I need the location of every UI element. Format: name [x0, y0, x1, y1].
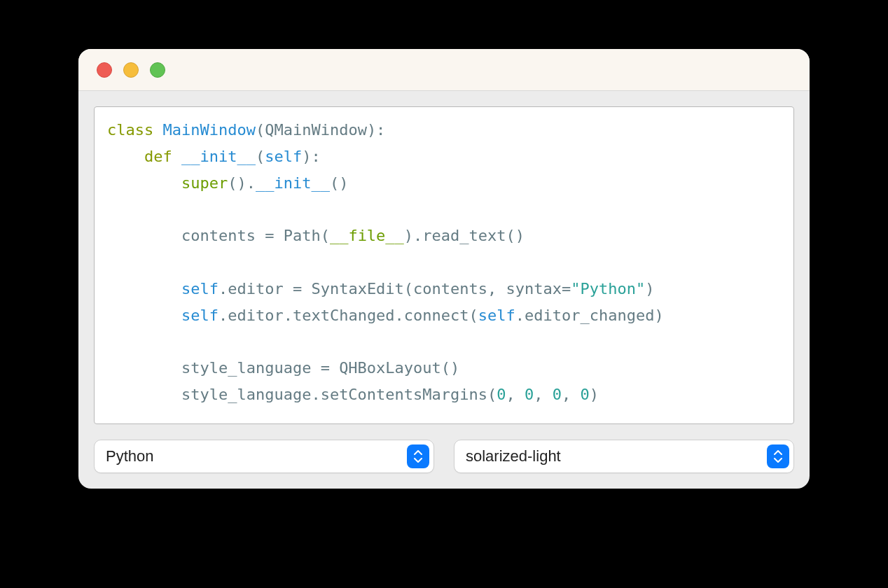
maximize-icon[interactable] — [150, 62, 165, 78]
content-area: class MainWindow(QMainWindow): def __ini… — [78, 91, 810, 489]
chevron-up-down-icon — [767, 444, 789, 468]
theme-select[interactable]: solarized-light — [454, 440, 794, 473]
app-window: class MainWindow(QMainWindow): def __ini… — [78, 49, 810, 489]
language-select-label: Python — [106, 447, 154, 465]
theme-select-label: solarized-light — [466, 447, 561, 465]
chevron-up-down-icon — [407, 444, 429, 468]
selector-row: Python solarized-light — [94, 440, 794, 473]
code-editor[interactable]: class MainWindow(QMainWindow): def __ini… — [94, 106, 794, 424]
titlebar — [78, 49, 810, 91]
language-select[interactable]: Python — [94, 440, 434, 473]
minimize-icon[interactable] — [123, 62, 139, 78]
close-icon[interactable] — [97, 62, 112, 78]
